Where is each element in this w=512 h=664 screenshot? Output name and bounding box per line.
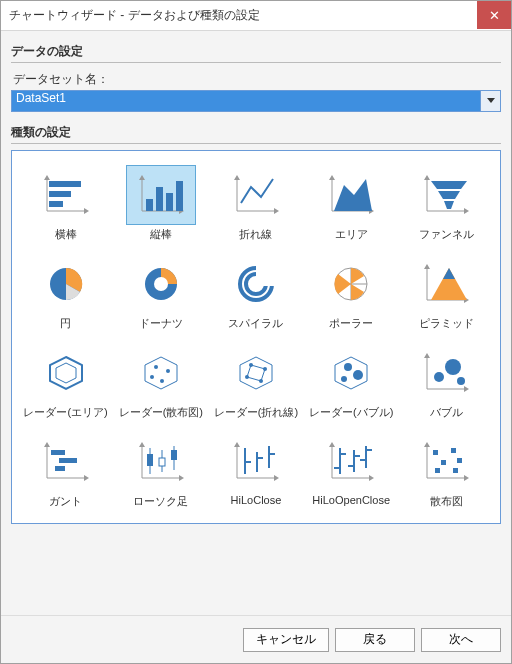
svg-rect-7: [49, 201, 63, 207]
chart-type-donut[interactable]: ドーナツ: [115, 250, 206, 335]
chart-type-radar-scatter[interactable]: レーダー(散布図): [115, 339, 206, 424]
dataset-combo[interactable]: DataSet1: [11, 90, 501, 112]
svg-point-58: [245, 375, 249, 379]
dataset-dropdown-button[interactable]: [481, 90, 501, 112]
bar-h-icon: [31, 165, 101, 225]
chart-type-bar-v[interactable]: 縦棒: [115, 161, 206, 246]
polar-icon: [316, 254, 386, 314]
svg-marker-30: [438, 191, 460, 199]
svg-marker-19: [274, 208, 279, 214]
back-button[interactable]: 戻る: [335, 628, 415, 652]
funnel-icon: [411, 165, 481, 225]
chart-type-area[interactable]: エリア: [306, 161, 397, 246]
chart-type-spiral[interactable]: スパイラル: [210, 250, 301, 335]
svg-marker-66: [464, 386, 469, 392]
radar-line-icon: [221, 343, 291, 403]
svg-marker-113: [464, 475, 469, 481]
chart-type-scatter[interactable]: 散布図: [401, 428, 492, 513]
content-area: データの設定 データセット名： DataSet1 種類の設定 横棒縦棒折れ線エリ…: [1, 31, 511, 615]
svg-marker-28: [464, 208, 469, 214]
chart-type-label: スパイラル: [228, 316, 283, 331]
svg-point-62: [341, 376, 347, 382]
svg-point-60: [344, 363, 352, 371]
svg-rect-15: [176, 181, 183, 211]
svg-point-56: [263, 367, 267, 371]
chart-type-label: ローソク足: [133, 494, 188, 509]
chart-type-label: ピラミッド: [419, 316, 474, 331]
chart-type-label: 散布図: [430, 494, 463, 509]
chart-type-candle[interactable]: ローソク足: [115, 428, 206, 513]
cancel-button[interactable]: キャンセル: [243, 628, 329, 652]
chart-type-label: ガント: [49, 494, 82, 509]
close-icon: ✕: [489, 8, 500, 23]
kind-section-header: 種類の設定: [11, 120, 501, 144]
svg-marker-48: [56, 363, 76, 383]
svg-marker-72: [44, 442, 50, 447]
bar-v-icon: [126, 165, 196, 225]
next-button[interactable]: 次へ: [421, 628, 501, 652]
chart-type-label: レーダー(折れ線): [214, 405, 298, 420]
svg-marker-79: [139, 442, 145, 447]
close-button[interactable]: ✕: [477, 1, 511, 29]
bubble-icon: [411, 343, 481, 403]
svg-marker-112: [424, 442, 430, 447]
svg-marker-3: [44, 175, 50, 180]
svg-point-67: [434, 372, 444, 382]
chart-type-funnel[interactable]: ファンネル: [401, 161, 492, 246]
svg-rect-12: [146, 199, 153, 211]
svg-rect-74: [51, 450, 65, 455]
radar-bubble-icon: [316, 343, 386, 403]
area-icon: [316, 165, 386, 225]
chart-type-line[interactable]: 折れ線: [210, 161, 301, 246]
chart-type-label: レーダー(散布図): [119, 405, 203, 420]
svg-rect-119: [453, 468, 458, 473]
svg-marker-46: [443, 268, 455, 279]
svg-point-55: [249, 363, 253, 367]
radar-area-icon: [31, 343, 101, 403]
hiloclose-icon: [221, 432, 291, 492]
chart-wizard-window: チャートウィザード - データおよび種類の設定 ✕ データの設定 データセット名…: [0, 0, 512, 664]
chart-type-bar-h[interactable]: 横棒: [20, 161, 111, 246]
chart-type-bubble[interactable]: バブル: [401, 339, 492, 424]
svg-point-57: [259, 379, 263, 383]
svg-marker-99: [329, 442, 335, 447]
gantt-icon: [31, 432, 101, 492]
data-section-header: データの設定: [11, 39, 501, 63]
svg-rect-86: [171, 450, 177, 460]
svg-rect-82: [147, 454, 153, 466]
radar-scatter-icon: [126, 343, 196, 403]
chart-type-pie[interactable]: 円: [20, 250, 111, 335]
svg-rect-115: [451, 448, 456, 453]
svg-rect-5: [49, 181, 81, 187]
chart-type-polar[interactable]: ポーラー: [306, 250, 397, 335]
chevron-down-icon: [487, 98, 495, 104]
chart-type-radar-area[interactable]: レーダー(エリア): [20, 339, 111, 424]
svg-rect-37: [256, 266, 276, 286]
svg-marker-73: [84, 475, 89, 481]
svg-point-69: [457, 377, 465, 385]
chart-type-hiloclose[interactable]: HiLoClose: [210, 428, 301, 513]
candle-icon: [126, 432, 196, 492]
svg-marker-47: [50, 357, 82, 389]
dataset-input[interactable]: DataSet1: [11, 90, 481, 112]
chart-type-pyramid[interactable]: ピラミッド: [401, 250, 492, 335]
chart-type-hiloopenclose[interactable]: HiLoOpenClose: [306, 428, 397, 513]
chart-type-radar-bubble[interactable]: レーダー(バブル): [306, 339, 397, 424]
chart-type-grid: 横棒縦棒折れ線エリアファンネル円ドーナツスパイラルポーラーピラミッドレーダー(エ…: [11, 150, 501, 524]
chart-type-radar-line[interactable]: レーダー(折れ線): [210, 339, 301, 424]
svg-marker-49: [145, 357, 177, 389]
chart-type-label: エリア: [335, 227, 368, 242]
chart-type-gantt[interactable]: ガント: [20, 428, 111, 513]
svg-marker-89: [234, 442, 240, 447]
svg-marker-43: [424, 264, 430, 269]
chart-type-label: 縦棒: [150, 227, 172, 242]
pie-icon: [31, 254, 101, 314]
window-title: チャートウィザード - データおよび種類の設定: [9, 7, 260, 24]
scatter-icon: [411, 432, 481, 492]
svg-marker-4: [84, 208, 89, 214]
svg-marker-54: [240, 357, 272, 389]
chart-type-label: 折れ線: [239, 227, 272, 242]
svg-marker-0: [487, 98, 495, 103]
svg-rect-76: [55, 466, 65, 471]
svg-rect-116: [441, 460, 446, 465]
